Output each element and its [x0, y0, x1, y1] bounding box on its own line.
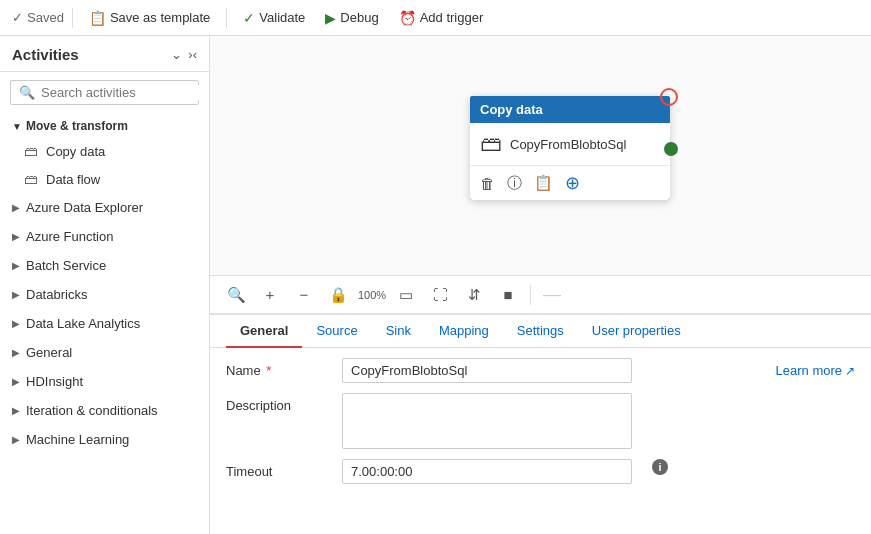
canvas-search-button[interactable]: 🔍: [222, 281, 250, 309]
section-move-transform[interactable]: ▼ Move & transform: [0, 113, 209, 137]
error-indicator-icon: [660, 88, 678, 106]
sidebar-item-data-lake-analytics[interactable]: ▶ Data Lake Analytics: [0, 309, 209, 338]
properties-content: Name * Learn more ↗ Description Timeout: [210, 348, 871, 504]
canvas-add-button[interactable]: +: [256, 281, 284, 309]
cat-label: Databricks: [26, 287, 87, 302]
timeout-row: Timeout i: [226, 459, 855, 484]
name-input[interactable]: [342, 358, 632, 383]
main-toolbar: ✓ Saved 📋 Save as template ✓ Validate ▶ …: [0, 0, 871, 36]
success-dot-icon: [664, 142, 678, 156]
sidebar-item-iteration-conditionals[interactable]: ▶ Iteration & conditionals: [0, 396, 209, 425]
canvas-toolbar: 🔍 + − 🔒 100% ▭ ⛶ ⇵ ■ —: [210, 276, 871, 314]
cat-label: Iteration & conditionals: [26, 403, 158, 418]
sidebar-item-azure-function[interactable]: ▶ Azure Function: [0, 222, 209, 251]
activity-card-name: CopyFromBlobtoSql: [510, 137, 626, 152]
name-label: Name *: [226, 358, 326, 378]
timeout-input[interactable]: [342, 459, 632, 484]
cat-arrow-icon: ▶: [12, 318, 20, 329]
properties-panel: General Source Sink Mapping Settings Use…: [210, 314, 871, 534]
search-box[interactable]: 🔍: [10, 80, 199, 105]
validate-label: Validate: [259, 10, 305, 25]
canvas-grid-button[interactable]: ■: [494, 281, 522, 309]
cat-arrow-icon: ▶: [12, 405, 20, 416]
description-row: Description: [226, 393, 855, 449]
canvas-minus-button[interactable]: −: [290, 281, 318, 309]
cat-label: Machine Learning: [26, 432, 129, 447]
saved-checkmark-icon: ✓: [12, 10, 23, 25]
collapse-icon[interactable]: ⌄: [171, 47, 182, 62]
tab-general[interactable]: General: [226, 315, 302, 348]
sidebar-controls[interactable]: ⌄ ›‹: [171, 47, 197, 62]
validate-button[interactable]: ✓ Validate: [235, 6, 313, 30]
canvas-fit-button[interactable]: ▭: [392, 281, 420, 309]
canvas-zoom-button[interactable]: 100%: [358, 281, 386, 309]
cat-arrow-icon: ▶: [12, 347, 20, 358]
name-row: Name * Learn more ↗: [226, 358, 855, 383]
sidebar-item-general[interactable]: ▶ General: [0, 338, 209, 367]
pin-icon[interactable]: ›‹: [188, 47, 197, 62]
sidebar-item-copy-data[interactable]: 🗃 Copy data: [0, 137, 209, 165]
cat-arrow-icon: ▶: [12, 202, 20, 213]
cat-label: Azure Data Explorer: [26, 200, 143, 215]
properties-tabs: General Source Sink Mapping Settings Use…: [210, 315, 871, 348]
required-indicator: *: [263, 363, 272, 378]
cat-arrow-icon: ▶: [12, 434, 20, 445]
delete-activity-icon[interactable]: 🗑: [480, 175, 495, 192]
saved-label: Saved: [27, 10, 64, 25]
canvas-toolbar-line: —: [543, 284, 561, 305]
sidebar-item-batch-service[interactable]: ▶ Batch Service: [0, 251, 209, 280]
main-area: Activities ⌄ ›‹ 🔍 ▼ Move & transform 🗃 C…: [0, 36, 871, 534]
activity-card-footer: 🗑 ⓘ 📋 ⊕: [470, 165, 670, 200]
tab-source[interactable]: Source: [302, 315, 371, 348]
data-flow-label: Data flow: [46, 172, 100, 187]
activity-card-title: Copy data: [480, 102, 543, 117]
canvas-lock-button[interactable]: 🔒: [324, 281, 352, 309]
activity-info-icon[interactable]: ⓘ: [507, 174, 522, 193]
tab-mapping[interactable]: Mapping: [425, 315, 503, 348]
save-template-icon: 📋: [89, 10, 106, 26]
timeout-label: Timeout: [226, 459, 326, 479]
add-trigger-button[interactable]: ⏰ Add trigger: [391, 6, 492, 30]
cat-label: Batch Service: [26, 258, 106, 273]
sidebar-header: Activities ⌄ ›‹: [0, 36, 209, 72]
description-textarea[interactable]: [342, 393, 632, 449]
section-label: Move & transform: [26, 119, 128, 133]
activity-card-copy-data[interactable]: Copy data 🗃 CopyFromBlobtoSql 🗑 ⓘ 📋 ⊕: [470, 96, 670, 200]
cat-label: HDInsight: [26, 374, 83, 389]
tab-user-properties[interactable]: User properties: [578, 315, 695, 348]
copy-activity-icon[interactable]: 📋: [534, 174, 553, 192]
tab-sink[interactable]: Sink: [372, 315, 425, 348]
section-arrow-icon: ▼: [12, 121, 22, 132]
sidebar-title: Activities: [12, 46, 79, 63]
cat-arrow-icon: ▶: [12, 289, 20, 300]
cat-arrow-icon: ▶: [12, 231, 20, 242]
save-template-button[interactable]: 📋 Save as template: [81, 6, 218, 30]
canvas-layout-button[interactable]: ⇵: [460, 281, 488, 309]
cat-arrow-icon: ▶: [12, 260, 20, 271]
timeout-info-icon[interactable]: i: [652, 459, 668, 475]
canvas-select-button[interactable]: ⛶: [426, 281, 454, 309]
sidebar-item-azure-data-explorer[interactable]: ▶ Azure Data Explorer: [0, 193, 209, 222]
activity-card-body: 🗃 CopyFromBlobtoSql: [470, 123, 670, 165]
copy-data-label: Copy data: [46, 144, 105, 159]
toolbar-divider-2: [226, 8, 227, 28]
search-icon: 🔍: [19, 85, 35, 100]
external-link-icon: ↗: [845, 364, 855, 378]
sidebar-item-machine-learning[interactable]: ▶ Machine Learning: [0, 425, 209, 454]
sidebar-item-hdinsight[interactable]: ▶ HDInsight: [0, 367, 209, 396]
cat-arrow-icon: ▶: [12, 376, 20, 387]
validate-icon: ✓: [243, 10, 255, 26]
toolbar-divider-1: [72, 8, 73, 28]
add-trigger-label: Add trigger: [420, 10, 484, 25]
learn-more-link[interactable]: Learn more ↗: [776, 358, 855, 378]
activities-sidebar: Activities ⌄ ›‹ 🔍 ▼ Move & transform 🗃 C…: [0, 36, 210, 534]
canvas[interactable]: Copy data 🗃 CopyFromBlobtoSql 🗑 ⓘ 📋 ⊕: [210, 36, 871, 276]
tab-settings[interactable]: Settings: [503, 315, 578, 348]
sidebar-item-data-flow[interactable]: 🗃 Data flow: [0, 165, 209, 193]
cat-label: General: [26, 345, 72, 360]
canvas-area: Copy data 🗃 CopyFromBlobtoSql 🗑 ⓘ 📋 ⊕ 🔍 …: [210, 36, 871, 534]
debug-button[interactable]: ▶ Debug: [317, 6, 386, 30]
search-input[interactable]: [41, 85, 209, 100]
sidebar-item-databricks[interactable]: ▶ Databricks: [0, 280, 209, 309]
activity-add-output-icon[interactable]: ⊕: [565, 172, 580, 194]
